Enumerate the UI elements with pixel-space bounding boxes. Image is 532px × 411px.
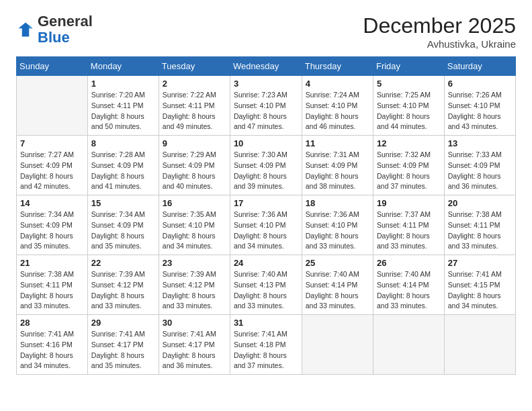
- day-cell: 28Sunrise: 7:41 AM Sunset: 4:16 PM Dayli…: [17, 315, 88, 375]
- day-info: Sunrise: 7:34 AM Sunset: 4:09 PM Dayligh…: [20, 210, 84, 252]
- day-cell: 18Sunrise: 7:36 AM Sunset: 4:10 PM Dayli…: [302, 195, 373, 255]
- day-number: 24: [234, 258, 298, 268]
- day-cell: 19Sunrise: 7:37 AM Sunset: 4:11 PM Dayli…: [373, 195, 444, 255]
- day-cell: 13Sunrise: 7:33 AM Sunset: 4:09 PM Dayli…: [444, 136, 515, 195]
- day-cell: 27Sunrise: 7:41 AM Sunset: 4:15 PM Dayli…: [444, 255, 515, 315]
- day-number: 7: [20, 138, 84, 148]
- day-cell: 29Sunrise: 7:41 AM Sunset: 4:17 PM Dayli…: [87, 315, 159, 375]
- day-info: Sunrise: 7:37 AM Sunset: 4:11 PM Dayligh…: [377, 210, 441, 252]
- day-info: Sunrise: 7:41 AM Sunset: 4:16 PM Dayligh…: [20, 329, 84, 371]
- day-number: 10: [234, 138, 298, 148]
- day-cell: 8Sunrise: 7:28 AM Sunset: 4:09 PM Daylig…: [87, 136, 159, 195]
- logo-icon: [16, 20, 35, 39]
- day-info: Sunrise: 7:27 AM Sunset: 4:09 PM Dayligh…: [20, 150, 84, 192]
- day-info: Sunrise: 7:24 AM Sunset: 4:10 PM Dayligh…: [306, 90, 369, 132]
- logo-general: General: [38, 13, 93, 30]
- day-cell: 14Sunrise: 7:34 AM Sunset: 4:09 PM Dayli…: [17, 195, 88, 255]
- day-cell: 22Sunrise: 7:39 AM Sunset: 4:12 PM Dayli…: [87, 255, 159, 315]
- day-cell: 2Sunrise: 7:22 AM Sunset: 4:11 PM Daylig…: [159, 76, 230, 136]
- day-info: Sunrise: 7:28 AM Sunset: 4:09 PM Dayligh…: [91, 150, 155, 192]
- day-cell: 24Sunrise: 7:40 AM Sunset: 4:13 PM Dayli…: [230, 255, 302, 315]
- day-cell: 31Sunrise: 7:41 AM Sunset: 4:18 PM Dayli…: [230, 315, 302, 375]
- day-info: Sunrise: 7:26 AM Sunset: 4:10 PM Dayligh…: [448, 90, 512, 132]
- calendar: SundayMondayTuesdayWednesdayThursdayFrid…: [16, 56, 516, 375]
- day-info: Sunrise: 7:36 AM Sunset: 4:10 PM Dayligh…: [234, 210, 298, 252]
- logo-text: General Blue: [38, 13, 93, 46]
- day-cell: 1Sunrise: 7:20 AM Sunset: 4:11 PM Daylig…: [87, 76, 159, 136]
- day-number: 13: [448, 138, 512, 148]
- day-number: 18: [306, 198, 369, 208]
- day-number: 19: [377, 198, 441, 208]
- day-number: 11: [306, 138, 369, 148]
- day-cell: 6Sunrise: 7:26 AM Sunset: 4:10 PM Daylig…: [444, 76, 515, 136]
- day-number: 4: [306, 79, 369, 89]
- day-cell: 5Sunrise: 7:25 AM Sunset: 4:10 PM Daylig…: [373, 76, 444, 136]
- day-cell: 11Sunrise: 7:31 AM Sunset: 4:09 PM Dayli…: [302, 136, 373, 195]
- day-number: 15: [91, 198, 155, 208]
- month-title: December 2025: [363, 13, 516, 38]
- calendar-header-row: SundayMondayTuesdayWednesdayThursdayFrid…: [17, 57, 516, 76]
- week-row-1: 1Sunrise: 7:20 AM Sunset: 4:11 PM Daylig…: [17, 76, 516, 136]
- day-number: 1: [91, 79, 155, 89]
- week-row-5: 28Sunrise: 7:41 AM Sunset: 4:16 PM Dayli…: [17, 315, 516, 375]
- day-cell: [444, 315, 515, 375]
- day-info: Sunrise: 7:41 AM Sunset: 4:17 PM Dayligh…: [163, 329, 226, 371]
- day-info: Sunrise: 7:33 AM Sunset: 4:09 PM Dayligh…: [448, 150, 512, 192]
- day-info: Sunrise: 7:31 AM Sunset: 4:09 PM Dayligh…: [306, 150, 369, 192]
- day-number: 30: [163, 318, 226, 328]
- day-info: Sunrise: 7:25 AM Sunset: 4:10 PM Dayligh…: [377, 90, 441, 132]
- day-number: 28: [20, 318, 84, 328]
- day-info: Sunrise: 7:41 AM Sunset: 4:15 PM Dayligh…: [448, 269, 512, 312]
- day-number: 20: [448, 198, 512, 208]
- day-cell: [17, 76, 88, 136]
- day-info: Sunrise: 7:29 AM Sunset: 4:09 PM Dayligh…: [163, 150, 226, 192]
- day-cell: 4Sunrise: 7:24 AM Sunset: 4:10 PM Daylig…: [302, 76, 373, 136]
- day-number: 17: [234, 198, 298, 208]
- day-cell: 23Sunrise: 7:39 AM Sunset: 4:12 PM Dayli…: [159, 255, 230, 315]
- day-number: 27: [448, 258, 512, 268]
- day-info: Sunrise: 7:22 AM Sunset: 4:11 PM Dayligh…: [163, 90, 226, 132]
- day-info: Sunrise: 7:35 AM Sunset: 4:10 PM Dayligh…: [163, 210, 226, 252]
- day-number: 26: [377, 258, 441, 268]
- day-info: Sunrise: 7:40 AM Sunset: 4:14 PM Dayligh…: [377, 269, 441, 312]
- day-number: 3: [234, 79, 298, 89]
- day-number: 9: [163, 138, 226, 148]
- week-row-3: 14Sunrise: 7:34 AM Sunset: 4:09 PM Dayli…: [17, 195, 516, 255]
- day-cell: 30Sunrise: 7:41 AM Sunset: 4:17 PM Dayli…: [159, 315, 230, 375]
- location: Avhustivka, Ukraine: [363, 38, 516, 50]
- column-header-thursday: Thursday: [302, 57, 373, 76]
- day-number: 14: [20, 198, 84, 208]
- day-number: 6: [448, 79, 512, 89]
- day-number: 5: [377, 79, 441, 89]
- day-cell: 16Sunrise: 7:35 AM Sunset: 4:10 PM Dayli…: [159, 195, 230, 255]
- day-info: Sunrise: 7:36 AM Sunset: 4:10 PM Dayligh…: [306, 210, 369, 252]
- logo-blue: Blue: [38, 29, 70, 46]
- title-block: December 2025 Avhustivka, Ukraine: [363, 13, 516, 50]
- week-row-4: 21Sunrise: 7:38 AM Sunset: 4:11 PM Dayli…: [17, 255, 516, 315]
- day-cell: 9Sunrise: 7:29 AM Sunset: 4:09 PM Daylig…: [159, 136, 230, 195]
- page-header: General Blue December 2025 Avhustivka, U…: [16, 13, 516, 50]
- day-info: Sunrise: 7:41 AM Sunset: 4:18 PM Dayligh…: [234, 329, 298, 371]
- column-header-saturday: Saturday: [444, 57, 515, 76]
- logo: General Blue: [16, 13, 93, 46]
- day-number: 16: [163, 198, 226, 208]
- day-info: Sunrise: 7:32 AM Sunset: 4:09 PM Dayligh…: [377, 150, 441, 192]
- week-row-2: 7Sunrise: 7:27 AM Sunset: 4:09 PM Daylig…: [17, 136, 516, 195]
- column-header-wednesday: Wednesday: [230, 57, 302, 76]
- day-cell: 15Sunrise: 7:34 AM Sunset: 4:09 PM Dayli…: [87, 195, 159, 255]
- day-number: 21: [20, 258, 84, 268]
- day-cell: 3Sunrise: 7:23 AM Sunset: 4:10 PM Daylig…: [230, 76, 302, 136]
- day-info: Sunrise: 7:41 AM Sunset: 4:17 PM Dayligh…: [91, 329, 155, 371]
- svg-marker-1: [29, 25, 32, 28]
- day-cell: [373, 315, 444, 375]
- day-number: 22: [91, 258, 155, 268]
- day-number: 2: [163, 79, 226, 89]
- svg-marker-0: [19, 23, 33, 37]
- day-info: Sunrise: 7:40 AM Sunset: 4:14 PM Dayligh…: [306, 269, 369, 312]
- day-cell: 7Sunrise: 7:27 AM Sunset: 4:09 PM Daylig…: [17, 136, 88, 195]
- column-header-tuesday: Tuesday: [159, 57, 230, 76]
- day-cell: 26Sunrise: 7:40 AM Sunset: 4:14 PM Dayli…: [373, 255, 444, 315]
- day-cell: 17Sunrise: 7:36 AM Sunset: 4:10 PM Dayli…: [230, 195, 302, 255]
- day-info: Sunrise: 7:30 AM Sunset: 4:09 PM Dayligh…: [234, 150, 298, 192]
- day-number: 8: [91, 138, 155, 148]
